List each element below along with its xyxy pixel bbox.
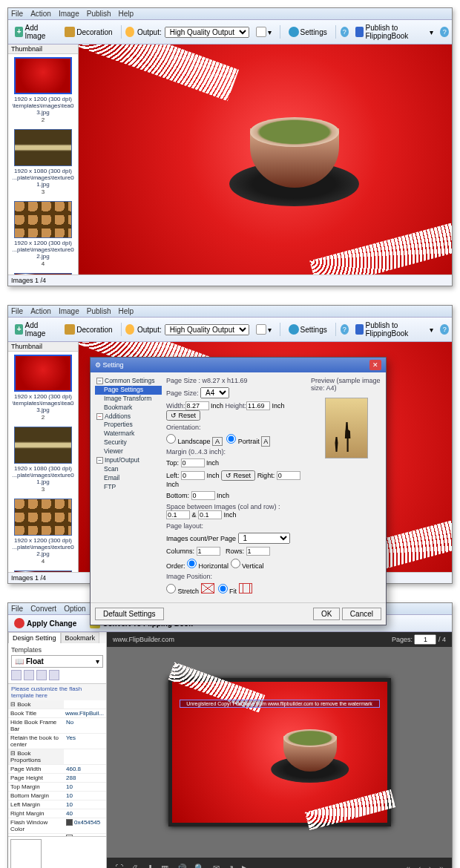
- publish-button[interactable]: Publish to FlippingBook ▾: [352, 22, 437, 42]
- last-page-icon[interactable]: »: [439, 864, 444, 868]
- thumbnail-item[interactable]: 1920 x 1200 (300 dpi)...plate\images\tex…: [11, 499, 75, 565]
- menu-action[interactable]: Action: [30, 307, 51, 315]
- height-input[interactable]: [246, 401, 270, 410]
- property-row[interactable]: Right Margin40: [8, 809, 106, 818]
- cancel-button[interactable]: Cancel: [342, 608, 381, 620]
- rows-input[interactable]: [246, 547, 270, 556]
- property-row[interactable]: Bottom Margin10: [8, 792, 106, 800]
- property-row[interactable]: Left Margin10: [8, 800, 106, 809]
- thumbnail-item[interactable]: 1920 x 1080 (300 dpi)...plate\images\tex…: [11, 129, 75, 195]
- book-page[interactable]: Unregistered Copy! Purchase from www.fli…: [168, 678, 391, 826]
- decoration-button[interactable]: Decoration: [61, 25, 116, 39]
- ok-button[interactable]: OK: [313, 608, 340, 620]
- zoom-icon[interactable]: 🔍: [194, 864, 205, 868]
- add-image-button[interactable]: +Add Image: [11, 22, 58, 42]
- thumbnail-item[interactable]: 1920 x 1200 (300 dpi)...plate\images\tex…: [11, 273, 75, 274]
- next-page-icon[interactable]: ›: [429, 864, 432, 868]
- menu-image[interactable]: Image: [59, 307, 79, 315]
- template-import-icon[interactable]: [36, 670, 47, 680]
- apply-change-button[interactable]: Apply Change: [11, 617, 79, 629]
- columns-input[interactable]: [197, 547, 220, 556]
- share-icon[interactable]: ↗: [227, 864, 234, 868]
- output-select[interactable]: High Quality Output: [165, 324, 249, 335]
- property-row[interactable]: Top Margin10: [8, 783, 106, 792]
- margin-right-input[interactable]: [277, 471, 300, 480]
- property-row[interactable]: ⊟ Book: [8, 700, 106, 709]
- download-icon[interactable]: ⬇: [147, 864, 154, 868]
- autoplay-icon[interactable]: ▶: [242, 864, 248, 868]
- menu-publish[interactable]: Publish: [87, 307, 111, 315]
- fit-radio[interactable]: Fit: [218, 588, 237, 595]
- page-input[interactable]: [414, 634, 436, 645]
- tab-design[interactable]: Design Setting: [8, 632, 61, 643]
- settings-button[interactable]: Settings: [285, 323, 331, 336]
- print-icon[interactable]: 🖨: [131, 864, 139, 868]
- menu-file[interactable]: File: [11, 10, 23, 18]
- settings-tree[interactable]: −Common Settings Page Settings Image Tra…: [95, 377, 162, 598]
- dialog-titlebar[interactable]: ⚙ Setting ✕: [91, 358, 386, 372]
- first-page-icon[interactable]: «: [406, 864, 410, 868]
- property-row[interactable]: Retain the book to centerYes: [8, 734, 106, 749]
- thumbnail-item[interactable]: 1920 x 1200 (300 dpi)\templates\images\t…: [11, 355, 75, 421]
- menu-option[interactable]: Option: [64, 605, 85, 613]
- template-delete-icon[interactable]: [24, 670, 34, 680]
- thumbnail-item[interactable]: 1920 x 1200 (300 dpi)...plate\images\tex…: [11, 571, 75, 572]
- thumbnail-tab[interactable]: Thumbnail: [8, 342, 78, 352]
- default-settings-button[interactable]: Default Settings: [95, 608, 164, 620]
- margin-top-input[interactable]: [181, 458, 205, 467]
- margin-left-input[interactable]: [181, 471, 205, 480]
- property-row[interactable]: Page Width460.8: [8, 765, 106, 774]
- template-save-icon[interactable]: [11, 670, 22, 680]
- property-row[interactable]: ⊟ Book Proportions: [8, 749, 106, 765]
- menu-help[interactable]: Help: [119, 307, 134, 315]
- sound-icon[interactable]: 🔊: [177, 864, 187, 868]
- horizontal-radio[interactable]: Horizontal: [187, 562, 229, 570]
- width-input[interactable]: [185, 401, 209, 410]
- menu-file[interactable]: File: [11, 307, 23, 315]
- tab-bookmark[interactable]: Bookmark: [61, 632, 100, 643]
- decoration-button[interactable]: Decoration: [61, 323, 116, 336]
- close-button[interactable]: ✕: [369, 360, 381, 370]
- margin-bottom-input[interactable]: [191, 491, 215, 500]
- help2-icon[interactable]: ?: [440, 27, 449, 37]
- output-select[interactable]: High Quality Output: [165, 27, 249, 38]
- vertical-radio[interactable]: Vertical: [231, 562, 264, 570]
- reset-button[interactable]: ↺ Reset: [166, 410, 200, 421]
- portrait-radio[interactable]: Portrait: [226, 438, 260, 445]
- landscape-radio[interactable]: Landscape: [166, 438, 211, 445]
- template-select[interactable]: 📖 Float ▾: [11, 655, 103, 668]
- menu-help[interactable]: Help: [119, 10, 134, 18]
- thumbnail-tab[interactable]: Thumbnail: [8, 45, 78, 54]
- mail-icon[interactable]: ✉: [213, 864, 220, 868]
- stretch-radio[interactable]: Stretch: [166, 588, 199, 595]
- publish-button[interactable]: Publish to FlippingBook ▾: [352, 320, 437, 339]
- menu-file[interactable]: File: [11, 605, 23, 613]
- property-row[interactable]: Flash Window Color0x454545: [8, 818, 106, 834]
- menu-publish[interactable]: Publish: [87, 10, 111, 18]
- swatch-button[interactable]: ▾: [252, 25, 275, 39]
- property-row[interactable]: Page Height288: [8, 774, 106, 783]
- add-image-button[interactable]: +Add Image: [11, 320, 58, 339]
- menu-action[interactable]: Action: [30, 10, 51, 18]
- template-export-icon[interactable]: [49, 670, 59, 680]
- count-select[interactable]: 1: [238, 533, 290, 544]
- fullscreen-icon[interactable]: ⛶: [115, 864, 123, 868]
- property-row[interactable]: Hide Book Frame BarNo: [8, 718, 106, 734]
- prev-page-icon[interactable]: ‹: [418, 864, 421, 868]
- thumbnail-item[interactable]: 1920 x 1200 (300 dpi)...plate\images\tex…: [11, 201, 75, 267]
- space-row-input[interactable]: [198, 510, 222, 519]
- property-list[interactable]: ⊟ BookBook Titlewww.FlipBuil...Hide Book…: [8, 700, 106, 836]
- settings-button[interactable]: Settings: [285, 25, 331, 39]
- help-icon[interactable]: ?: [341, 324, 349, 335]
- margin-reset-button[interactable]: ↺ Reset: [221, 470, 255, 481]
- menu-image[interactable]: Image: [59, 10, 79, 18]
- help2-icon[interactable]: ?: [440, 324, 449, 335]
- property-row[interactable]: Book Titlewww.FlipBuil...: [8, 709, 106, 718]
- thumbnail-item[interactable]: 1920 x 1200 (300 dpi)\templates\images\t…: [11, 57, 75, 123]
- thumbnails-icon[interactable]: ▦: [161, 864, 168, 868]
- help-icon[interactable]: ?: [341, 27, 349, 37]
- space-col-input[interactable]: [166, 510, 190, 519]
- thumbnail-item[interactable]: 1920 x 1080 (300 dpi)...plate\images\tex…: [11, 427, 75, 493]
- menu-convert[interactable]: Convert: [30, 605, 56, 613]
- swatch-button[interactable]: ▾: [252, 323, 275, 336]
